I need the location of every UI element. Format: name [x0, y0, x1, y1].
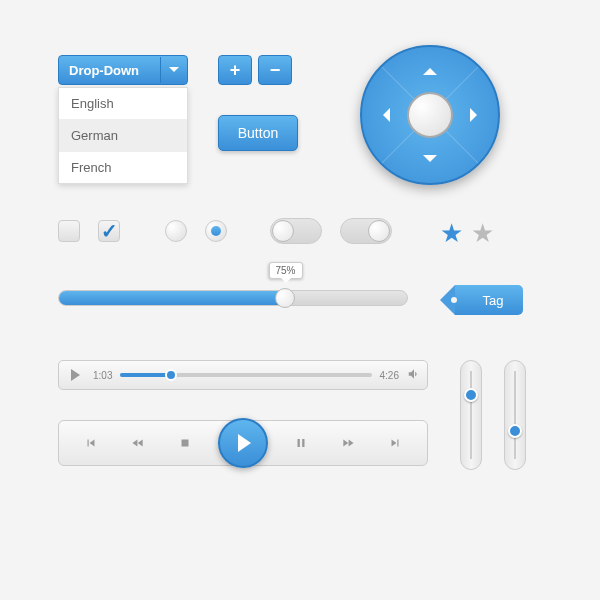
progress-fill: [59, 291, 285, 305]
stop-button[interactable]: [171, 429, 199, 457]
play-icon: [71, 369, 80, 381]
play-icon: [238, 434, 251, 452]
toggle-on[interactable]: [270, 218, 322, 244]
star-empty-icon[interactable]: ★: [471, 218, 494, 249]
audio-seek-slider[interactable]: [120, 373, 371, 377]
rewind-button[interactable]: [124, 429, 152, 457]
checkbox-checked[interactable]: ✓: [98, 220, 120, 242]
tag-badge[interactable]: Tag: [455, 285, 523, 315]
dropdown-item-german[interactable]: German: [59, 120, 187, 152]
dpad-left-icon[interactable]: [376, 108, 390, 122]
dropdown-label: Drop-Down: [59, 63, 159, 78]
audio-current-time: 1:03: [93, 370, 112, 381]
radio-selected[interactable]: [205, 220, 227, 242]
toggle-knob-icon: [272, 220, 294, 242]
dpad-down-icon[interactable]: [423, 155, 437, 169]
radio-dot-icon: [211, 226, 221, 236]
dpad-up-icon[interactable]: [423, 61, 437, 75]
audio-player: 1:03 4:26: [58, 360, 428, 390]
dpad-right-icon[interactable]: [470, 108, 484, 122]
audio-play-button[interactable]: [65, 365, 85, 385]
pause-button[interactable]: [287, 429, 315, 457]
dpad-control: [360, 45, 500, 185]
plus-button[interactable]: +: [218, 55, 252, 85]
vertical-slider-2[interactable]: [504, 360, 526, 470]
tag-hole-icon: [451, 297, 457, 303]
progress-slider[interactable]: 75%: [58, 290, 408, 306]
minus-icon: −: [270, 60, 281, 81]
skip-forward-button[interactable]: [381, 429, 409, 457]
dpad-center-button[interactable]: [407, 92, 453, 138]
dropdown-item-english[interactable]: English: [59, 88, 187, 120]
slider-handle[interactable]: [508, 424, 522, 438]
button-label: Button: [238, 125, 278, 141]
progress-tooltip: 75%: [268, 262, 302, 279]
checkbox-unchecked[interactable]: [58, 220, 80, 242]
play-button[interactable]: [218, 418, 268, 468]
star-filled-icon[interactable]: ★: [440, 218, 463, 249]
dropdown-item-french[interactable]: French: [59, 152, 187, 183]
progress-handle[interactable]: [275, 288, 295, 308]
audio-total-time: 4:26: [380, 370, 399, 381]
check-icon: ✓: [101, 219, 118, 243]
media-controls: [58, 420, 428, 466]
minus-button[interactable]: −: [258, 55, 292, 85]
tag-label: Tag: [483, 293, 504, 308]
audio-fill: [120, 373, 170, 377]
slider-handle[interactable]: [464, 388, 478, 402]
toggle-off[interactable]: [340, 218, 392, 244]
toggle-knob-icon: [368, 220, 390, 242]
radio-unselected[interactable]: [165, 220, 187, 242]
volume-icon[interactable]: [407, 367, 421, 384]
chevron-down-icon[interactable]: [160, 57, 186, 83]
dropdown-button[interactable]: Drop-Down: [58, 55, 188, 85]
plus-icon: +: [230, 60, 241, 81]
vertical-slider-1[interactable]: [460, 360, 482, 470]
primary-button[interactable]: Button: [218, 115, 298, 151]
fast-forward-button[interactable]: [334, 429, 362, 457]
audio-handle[interactable]: [165, 369, 177, 381]
dropdown-list: English German French: [58, 87, 188, 184]
skip-back-button[interactable]: [77, 429, 105, 457]
